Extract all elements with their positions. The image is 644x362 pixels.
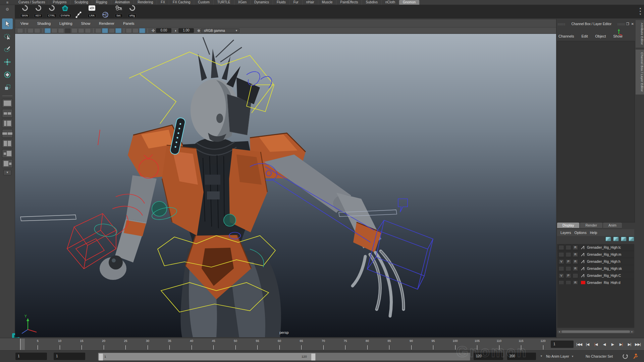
- range-end-handle[interactable]: [311, 353, 316, 361]
- view-transform-dropdown[interactable]: sRGB gamma ▼: [201, 28, 239, 33]
- lock-camera-icon[interactable]: [28, 28, 34, 33]
- popout-icon[interactable]: ❐: [626, 22, 629, 26]
- panel-menu-show[interactable]: Show: [81, 21, 91, 25]
- drag-handle-icon[interactable]: ||||||||: [558, 23, 566, 25]
- layer-playback-toggle[interactable]: [566, 252, 571, 257]
- shelf-tab-ncloth[interactable]: nCloth: [382, 0, 399, 5]
- xray-joints-icon[interactable]: [139, 28, 145, 33]
- auto-key-icon[interactable]: [621, 352, 629, 360]
- scroll-right-icon[interactable]: ►: [631, 330, 633, 333]
- layer-type-icon[interactable]: [580, 273, 586, 278]
- gamma-icon[interactable]: ◐: [175, 28, 177, 33]
- move-layer-down-icon[interactable]: [613, 237, 619, 241]
- safe-action-icon[interactable]: [78, 28, 84, 33]
- layer-editor-tab-render[interactable]: Render: [580, 223, 602, 228]
- channel-box-menu-channels[interactable]: Channels: [558, 34, 574, 38]
- camera-attributes-icon[interactable]: [34, 28, 40, 33]
- current-frame-marker[interactable]: [20, 339, 25, 350]
- shelf-button-ctrl[interactable]: CTRL: [46, 4, 58, 18]
- play-backwards-button[interactable]: ◀: [600, 340, 608, 349]
- layer-reference-toggle[interactable]: [573, 273, 578, 278]
- current-frame-field[interactable]: 1: [551, 341, 574, 348]
- two-pane-stacked-layout[interactable]: [2, 129, 13, 138]
- scroll-up-icon[interactable]: ▲: [639, 7, 642, 10]
- layer-reference-toggle[interactable]: R: [573, 252, 578, 257]
- layer-row[interactable]: RGrenadier_Rig_High:sk: [557, 265, 634, 272]
- shelf-tab-rendering[interactable]: Rendering: [134, 0, 157, 5]
- range-start-handle[interactable]: [99, 353, 103, 361]
- layout-more-arrow[interactable]: ▼: [3, 170, 11, 175]
- chevron-down-icon[interactable]: ▼: [540, 355, 543, 358]
- layer-row[interactable]: RGrenadier_Rig_High:m: [557, 251, 634, 258]
- channel-box-menu-object[interactable]: Object: [595, 34, 606, 38]
- empty-layer-icon[interactable]: [621, 237, 627, 241]
- xray-icon[interactable]: [132, 28, 139, 33]
- shelf-tab-turtle[interactable]: TURTLE: [214, 0, 234, 5]
- scroll-thumb[interactable]: [561, 330, 630, 333]
- panel-header[interactable]: |||||||| Channel Box / Layer Editor ||||…: [556, 21, 635, 27]
- shelf-tab-dynamics[interactable]: Dynamics: [251, 0, 273, 5]
- layer-visibility-toggle[interactable]: V: [558, 273, 564, 278]
- channel-box-content[interactable]: [557, 41, 635, 223]
- step-back-key-button[interactable]: |◀: [592, 340, 600, 349]
- paint-select-tool[interactable]: [2, 44, 13, 55]
- panel-menu-renderer[interactable]: Renderer: [99, 21, 114, 25]
- layer-type-icon[interactable]: [580, 259, 586, 264]
- step-back-frame-button[interactable]: |◀: [583, 340, 592, 349]
- layer-visibility-toggle[interactable]: V: [558, 259, 564, 264]
- isolate-select-icon[interactable]: [126, 28, 132, 33]
- channel-box-menu-show[interactable]: Show: [613, 34, 623, 38]
- move-layer-up-icon[interactable]: [605, 237, 611, 241]
- side-tab-channel-box-layer-editor[interactable]: Channel Box / Layer Editor: [636, 50, 644, 95]
- wireframe-icon[interactable]: [95, 28, 101, 33]
- use-default-material-icon[interactable]: [115, 28, 121, 33]
- shelf-tab-sculpting[interactable]: Sculpting: [71, 0, 92, 5]
- lasso-select-tool[interactable]: [2, 31, 13, 42]
- shelf-tab-fx-caching[interactable]: FX Caching: [169, 0, 194, 5]
- shelf-button-joint[interactable]: [72, 11, 85, 18]
- shelf-tab-xgen[interactable]: XGen: [234, 0, 251, 5]
- panel-menu-view[interactable]: View: [20, 21, 29, 25]
- layer-editor-tab-display[interactable]: Display: [557, 223, 579, 228]
- textured-icon[interactable]: [109, 28, 115, 33]
- layer-playback-toggle[interactable]: [566, 266, 571, 271]
- exposure-field[interactable]: 0.00: [156, 28, 171, 33]
- animation-start-field[interactable]: 1: [15, 353, 47, 360]
- shelf-tab-gnomon[interactable]: Gnomon: [399, 0, 420, 5]
- shelf-button-key[interactable]: KEY: [32, 4, 44, 18]
- layer-row[interactable]: VPGrenadier_Rig_High:C: [557, 272, 634, 279]
- layer-type-icon[interactable]: [580, 245, 586, 250]
- two-pane-side-layout[interactable]: [2, 119, 13, 128]
- shelf-button-set[interactable]: Set.: [113, 4, 125, 18]
- shelf-scroll-arrows[interactable]: ▲●▼: [638, 7, 643, 16]
- shelf-button-srig[interactable]: sRig: [126, 4, 138, 18]
- select-tool[interactable]: [2, 18, 13, 29]
- shelf-button-skin[interactable]: SKIN: [19, 4, 31, 18]
- layer-editor-menu-options[interactable]: Options: [575, 231, 587, 235]
- shelf-tab-muscle[interactable]: Muscle: [318, 0, 337, 5]
- scroll-down-icon[interactable]: ▼: [639, 13, 642, 16]
- scroll-left-icon[interactable]: ◄: [558, 330, 560, 333]
- move-tool[interactable]: [2, 57, 13, 67]
- step-forward-frame-button[interactable]: ▶|: [625, 340, 634, 349]
- layer-row[interactable]: VPRGrenadier_Rig_High:h: [557, 258, 634, 265]
- go-to-start-button[interactable]: |◀◀: [575, 340, 583, 349]
- go-to-end-button[interactable]: ▶▶|: [634, 340, 642, 349]
- field-chart-icon[interactable]: [71, 28, 77, 33]
- layer-reference-toggle[interactable]: R: [573, 245, 578, 250]
- persp-outliner-layout[interactable]: [2, 139, 13, 148]
- gate-mask-icon[interactable]: [65, 28, 71, 33]
- resolution-gate-icon[interactable]: [58, 28, 64, 33]
- shelf-tab-fur[interactable]: Fur: [290, 0, 303, 5]
- panel-menu-lighting[interactable]: Lighting: [59, 21, 72, 25]
- play-forwards-button[interactable]: ▶: [608, 340, 617, 349]
- playback-end-field[interactable]: 120: [474, 353, 503, 360]
- shelf-button-dynpa[interactable]: DYNPA: [59, 4, 71, 18]
- layer-reference-toggle[interactable]: R: [573, 266, 578, 271]
- layer-visibility-toggle[interactable]: [558, 252, 564, 257]
- layer-editor-menu-layers[interactable]: Layers: [560, 231, 571, 235]
- scene-3d[interactable]: Y: [15, 34, 556, 337]
- shelf-menu-icon[interactable]: ≡: [0, 0, 15, 5]
- safe-title-icon[interactable]: [85, 28, 91, 33]
- layer-type-icon[interactable]: [580, 252, 586, 257]
